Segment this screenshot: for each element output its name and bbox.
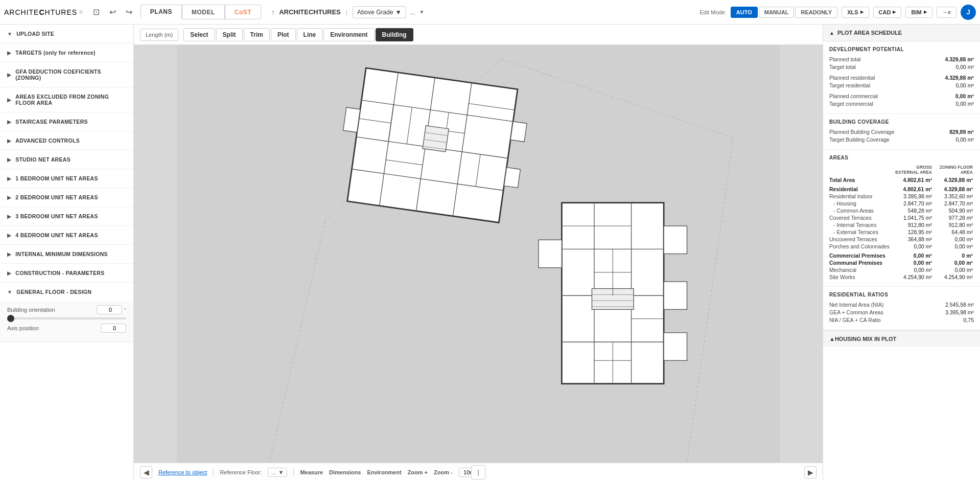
param-label-orientation: Building orientation [7, 307, 55, 313]
export-more-button[interactable]: →≡ [937, 7, 956, 18]
param-input-axis[interactable] [101, 324, 126, 333]
breadcrumb-brand[interactable]: ARCHITECHTURES [279, 8, 341, 16]
areas-housing-zfa: 2.847,70 m² [933, 200, 974, 207]
dev-planned-comm-row: Planned commercial 0,00 m² [829, 93, 974, 99]
svg-rect-42 [664, 333, 687, 360]
planned-coverage-label: Planned Building Coverage [829, 129, 947, 135]
section-internal-min-header[interactable]: ▶ INTERNAL MINIMUM DIMENSIONS [0, 245, 133, 263]
breadcrumb-separator: | [346, 9, 347, 16]
export-cad-button[interactable]: CAD▶ [873, 7, 902, 18]
areas-commercial-gea: 0,00 m² [892, 253, 933, 259]
undo-button[interactable]: ↩ [106, 5, 120, 19]
areas-total-row: Total Area 4.802,61 m² 4.329,88 m² [829, 177, 974, 183]
section-4bedroom-header[interactable]: ▶ 4 BEDROOM UNIT NET AREAS [0, 226, 133, 244]
areas-common-label: - Common Areas [829, 208, 892, 214]
edit-mode-manual[interactable]: MANUAL [759, 7, 795, 18]
param-input-orientation[interactable] [97, 305, 122, 314]
toolbar-environment[interactable]: Environment [323, 28, 374, 41]
nav-left-button[interactable]: ◀ [140, 466, 152, 478]
chevron-right-icon: ▶ [7, 270, 11, 276]
section-staircase-header[interactable]: ▶ STAIRCASE PARAMETERS [0, 112, 133, 131]
topbar: ARCHITECHTURES ® ⊡ ↩ ↪ PLANS MODEL CoST … [0, 0, 980, 25]
tab-cost[interactable]: CoST [225, 5, 261, 19]
logo-text: ARCHITECHTURES [4, 8, 77, 16]
tab-plans[interactable]: PLANS [141, 5, 182, 19]
section-general-floor-label: GENERAL FLOOR - DESIGN [16, 289, 91, 295]
areas-uncovered-terraces-row: Uncovered Terraces 364,88 m² 0,00 m² [829, 236, 974, 242]
edit-mode-auto[interactable]: AUTO [731, 7, 758, 18]
reference-floor-dropdown[interactable]: ... ▼ [268, 468, 287, 477]
redo-button[interactable]: ↪ [122, 5, 136, 19]
target-coverage-label: Target Building Coverage [829, 136, 953, 143]
housing-mix-header[interactable]: ▲ HOUSING MIX IN PLOT [823, 330, 980, 347]
section-3bedroom-header[interactable]: ▶ 3 BEDROOM UNIT NET AREAS [0, 207, 133, 225]
toolbar-select[interactable]: Select [183, 28, 215, 41]
dev-target-res-value: 0,00 m² [955, 82, 974, 88]
section-gfa-label: GFA DEDUCTION COEFICIENTS (ZONING) [15, 68, 126, 81]
areas-site-works-gea: 4.254,90 m² [892, 274, 933, 280]
areas-residential-gea: 4.802,61 m² [892, 186, 933, 192]
measure-button[interactable]: Measure [300, 469, 323, 475]
toolbar-plot[interactable]: Plot [271, 28, 296, 41]
dev-planned-res-label: Planned residential [829, 75, 943, 81]
export-bim-button[interactable]: BIM▶ [905, 7, 932, 18]
chevron-right-icon: ▶ [7, 176, 11, 181]
areas-total-label: Total Area [829, 177, 892, 183]
section-targets-header[interactable]: ▶ TARGETS (only for reference) [0, 43, 133, 62]
center-view-button[interactable]: | [471, 465, 485, 479]
section-studio-header[interactable]: ▶ STUDIO NET AREAS [0, 150, 133, 169]
dev-planned-res-value: 4.329,88 m² [945, 75, 974, 81]
breadcrumb-more-btn[interactable]: ... [410, 9, 415, 16]
dev-target-total-label: Target total [829, 64, 953, 70]
tab-model[interactable]: MODEL [182, 5, 225, 19]
section-1bedroom: ▶ 1 BEDROOM UNIT NET AREAS [0, 169, 133, 188]
orientation-slider-thumb[interactable] [7, 315, 14, 322]
section-gfa-header[interactable]: ▶ GFA DEDUCTION COEFICIENTS (ZONING) [0, 62, 133, 87]
section-areas-excluded-header[interactable]: ▶ AREAS EXCLUDED FROM ZONING FLOOR AREA [0, 87, 133, 112]
svg-rect-23 [343, 107, 360, 132]
toolbar-trim[interactable]: Trim [244, 28, 270, 41]
section-upload-site-header[interactable]: ▼ UPLOAD SITE [0, 25, 133, 43]
save-icon-button[interactable]: ⊡ [89, 5, 104, 19]
zoom-out-button[interactable]: Zoom - [434, 469, 453, 475]
toolbar-building[interactable]: Building [376, 28, 413, 41]
section-2bedroom-header[interactable]: ▶ 2 BEDROOM UNIT NET AREAS [0, 188, 133, 207]
nav-right-button[interactable]: ▶ [804, 466, 816, 478]
user-avatar-button[interactable]: J [961, 5, 976, 20]
chevron-right-icon: ▶ [7, 157, 11, 163]
breadcrumb-dropdown-arrow[interactable]: ▼ [419, 9, 425, 15]
section-general-floor-header[interactable]: ▼ GENERAL FLOOR - DESIGN [0, 283, 133, 301]
dimensions-button[interactable]: Dimensions [329, 469, 361, 475]
reference-to-object-link[interactable]: Reference to object [158, 469, 207, 475]
areas-covered-terraces-zfa: 977,28 m² [933, 215, 974, 221]
right-panel-header[interactable]: ▲ PLOT AREA SCHEDULE [823, 25, 980, 41]
areas-porches-label: Porches and Colonnades [829, 243, 892, 249]
areas-external-terraces-row: - External Terraces 128,95 m² 64,48 m² [829, 229, 974, 235]
edit-mode-readonly[interactable]: READONLY [795, 7, 837, 18]
breadcrumb-level-dropdown[interactable]: Above Grade ▼ [353, 6, 406, 18]
section-construction-header[interactable]: ▶ CONSTRUCTION - PARAMETERS [0, 264, 133, 282]
areas-res-indoor-zfa: 3.352,60 m² [933, 193, 974, 199]
areas-residential-label: Residential [829, 186, 892, 192]
chevron-right-icon: ▶ [7, 72, 11, 78]
chevron-right-icon: ▶ [7, 195, 11, 200]
canvas-area[interactable] [134, 45, 823, 463]
section-1bedroom-header[interactable]: ▶ 1 BEDROOM UNIT NET AREAS [0, 169, 133, 188]
canvas-background [134, 45, 823, 463]
areas-covered-terraces-label: Covered Terraces [829, 215, 892, 221]
chevron-right-icon: ▶ [7, 50, 11, 56]
svg-rect-41 [664, 282, 687, 309]
section-construction-label: CONSTRUCTION - PARAMETERS [15, 270, 104, 276]
toolbar-split[interactable]: Split [216, 28, 243, 41]
export-xls-button[interactable]: XLS▶ [842, 7, 869, 18]
toolbar-line[interactable]: Line [297, 28, 323, 41]
zoom-in-button[interactable]: Zoom + [408, 469, 428, 475]
chevron-right-icon: ▶ [7, 97, 11, 103]
environment-button[interactable]: Environment [367, 469, 401, 475]
section-2bedroom: ▶ 2 BEDROOM UNIT NET AREAS [0, 188, 133, 207]
areas-covered-terraces-row: Covered Terraces 1.041,75 m² 977,28 m² [829, 215, 974, 221]
section-areas-excluded: ▶ AREAS EXCLUDED FROM ZONING FLOOR AREA [0, 87, 133, 112]
section-advanced-header[interactable]: ▶ ADVANCED CONTROLS [0, 131, 133, 150]
length-button[interactable]: Length (m) [140, 29, 178, 41]
building-coverage-section: BUILDING COVERAGE Planned Building Cover… [823, 114, 980, 150]
